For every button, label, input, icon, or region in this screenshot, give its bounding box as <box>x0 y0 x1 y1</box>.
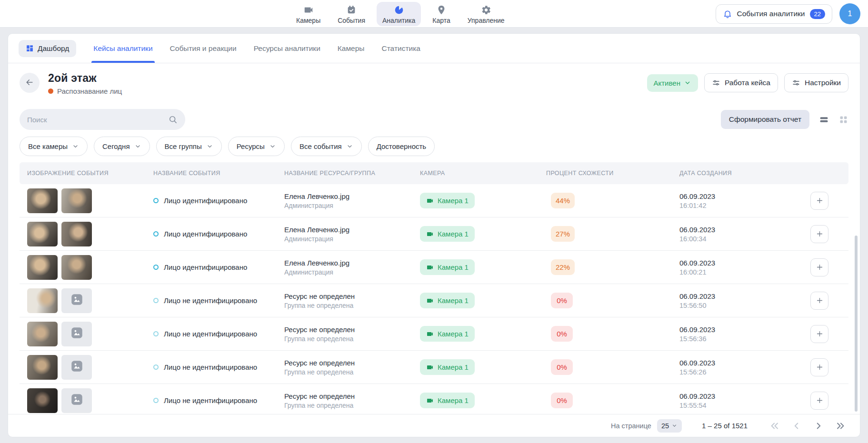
search-icon[interactable] <box>168 115 178 124</box>
back-button[interactable] <box>20 73 40 93</box>
table-row[interactable]: Лицо идентифицировано Елена Левченко.jpg… <box>20 217 848 251</box>
event-photo[interactable] <box>61 255 92 280</box>
event-status-icon <box>153 298 159 303</box>
resource-group: Группа не определена <box>284 402 420 409</box>
filter-1[interactable]: Сегодня <box>94 137 150 156</box>
tab-5[interactable]: Статистика <box>381 34 420 63</box>
resource-cell: Ресурс не определен Группа не определена <box>284 325 420 343</box>
filter-5[interactable]: Достоверность <box>368 137 435 156</box>
main-panel: Дашборд Кейсы аналитики События и реакци… <box>8 33 860 437</box>
add-button[interactable] <box>810 392 828 410</box>
event-photo[interactable] <box>27 388 58 413</box>
table-row[interactable]: Лицо не идентифицировано Ресурс не опред… <box>20 384 848 414</box>
filter-3[interactable]: Ресурсы <box>228 137 285 156</box>
event-date: 06.09.2023 <box>679 259 789 267</box>
event-photo[interactable] <box>27 222 58 246</box>
videocam-icon <box>426 264 434 271</box>
list-view-icon[interactable] <box>819 115 829 125</box>
chevron-down-icon <box>72 143 79 150</box>
case-settings-button[interactable]: Настройки <box>784 73 848 92</box>
event-photo-placeholder[interactable] <box>61 322 92 346</box>
tab-1[interactable]: Кейсы аналитики <box>93 34 152 63</box>
last-page-button[interactable] <box>835 421 846 431</box>
resource-cell: Ресурс не определен Группа не определена <box>284 359 420 376</box>
tab-2[interactable]: События и реакции <box>170 34 237 63</box>
analytics-events-button[interactable]: События аналитики 22 <box>716 4 832 24</box>
add-button[interactable] <box>810 258 828 276</box>
pagination-arrows <box>769 421 846 431</box>
tab-label: Камеры <box>338 44 365 53</box>
similarity-percent: 27% <box>551 226 575 242</box>
event-photo[interactable] <box>27 255 58 280</box>
topnav-item-camera[interactable]: Камеры <box>290 2 326 26</box>
tab-0[interactable]: Дашборд <box>19 40 76 57</box>
tab-label: Дашборд <box>38 44 69 53</box>
tab-3[interactable]: Ресурсы аналитики <box>254 34 320 63</box>
generate-report-button[interactable]: Сформировать отчет <box>721 110 809 129</box>
resource-cell: Ресурс не определен Группа не определена <box>284 292 420 309</box>
add-button[interactable] <box>810 192 828 210</box>
tab-4[interactable]: Камеры <box>338 34 365 63</box>
event-photo[interactable] <box>27 188 58 213</box>
action-cell <box>789 225 841 243</box>
event-photo[interactable] <box>27 288 58 313</box>
tab-label: Статистика <box>381 44 420 53</box>
event-photo[interactable] <box>61 222 92 246</box>
event-images-cell <box>27 188 153 213</box>
add-button[interactable] <box>810 292 828 310</box>
filter-2[interactable]: Все группы <box>156 137 222 156</box>
filter-label: Все камеры <box>28 142 68 150</box>
first-page-button[interactable] <box>769 421 780 431</box>
percent-cell: 27% <box>546 226 679 242</box>
date-cell: 06.09.2023 15:56:50 <box>679 292 789 309</box>
table-row[interactable]: Лицо не идентифицировано Ресурс не опред… <box>20 284 848 317</box>
grid-view-icon[interactable] <box>838 115 848 125</box>
date-cell: 06.09.2023 16:00:21 <box>679 259 789 276</box>
topnav-item-settings[interactable]: Управление <box>462 2 510 26</box>
table-row[interactable]: Лицо не идентифицировано Ресурс не опред… <box>20 317 848 351</box>
topnav-item-analytics[interactable]: Аналитика <box>377 2 421 26</box>
avatar[interactable]: 1 <box>839 3 860 24</box>
filter-0[interactable]: Все камеры <box>20 137 88 156</box>
resource-name: Елена Левченко.jpg <box>284 226 420 234</box>
prev-page-button[interactable] <box>791 421 802 431</box>
topnav-item-label: События <box>338 17 365 24</box>
resource-cell: Елена Левченко.jpg Администрация <box>284 226 420 243</box>
event-photo[interactable] <box>27 355 58 380</box>
table-scrollbar[interactable] <box>855 236 858 412</box>
event-photo-placeholder[interactable] <box>61 288 92 313</box>
date-cell: 06.09.2023 15:56:26 <box>679 359 789 376</box>
events-icon <box>346 4 357 16</box>
topnav-item-label: Камеры <box>296 17 320 24</box>
camera-cell: Камера 1 <box>420 293 546 308</box>
table-row[interactable]: Лицо идентифицировано Елена Левченко.jpg… <box>20 184 848 217</box>
percent-cell: 0% <box>546 293 679 308</box>
settings-icon <box>480 4 492 16</box>
table-row[interactable]: Лицо не идентифицировано Ресурс не опред… <box>20 351 848 384</box>
search-input[interactable] <box>27 116 168 124</box>
add-button[interactable] <box>810 358 828 376</box>
next-page-button[interactable] <box>813 421 824 431</box>
notification-count-badge: 22 <box>810 9 825 19</box>
filter-4[interactable]: Все события <box>291 137 362 156</box>
per-page-select[interactable]: 25 <box>657 419 682 433</box>
table-row[interactable]: Лицо идентифицировано Елена Левченко.jpg… <box>20 251 848 284</box>
filter-label: Сегодня <box>102 142 130 150</box>
event-photo-placeholder[interactable] <box>61 388 92 413</box>
case-work-label: Работа кейса <box>725 79 770 87</box>
event-photo-placeholder[interactable] <box>61 355 92 380</box>
topnav-item-events[interactable]: События <box>332 2 371 26</box>
resource-group: Администрация <box>284 202 420 209</box>
event-photo[interactable] <box>61 188 92 213</box>
event-time: 16:01:42 <box>679 202 789 209</box>
status-dropdown[interactable]: Активен <box>647 74 698 92</box>
search-box[interactable] <box>20 109 185 130</box>
topnav-item-map[interactable]: Карта <box>427 2 456 26</box>
add-button[interactable] <box>810 225 828 243</box>
column-header: НАЗВАНИЕ СОБЫТИЯ <box>153 170 284 177</box>
event-status-icon <box>153 364 159 370</box>
event-photo[interactable] <box>27 322 58 346</box>
case-work-button[interactable]: Работа кейса <box>704 73 778 92</box>
case-settings-label: Настройки <box>805 79 841 87</box>
add-button[interactable] <box>810 325 828 343</box>
